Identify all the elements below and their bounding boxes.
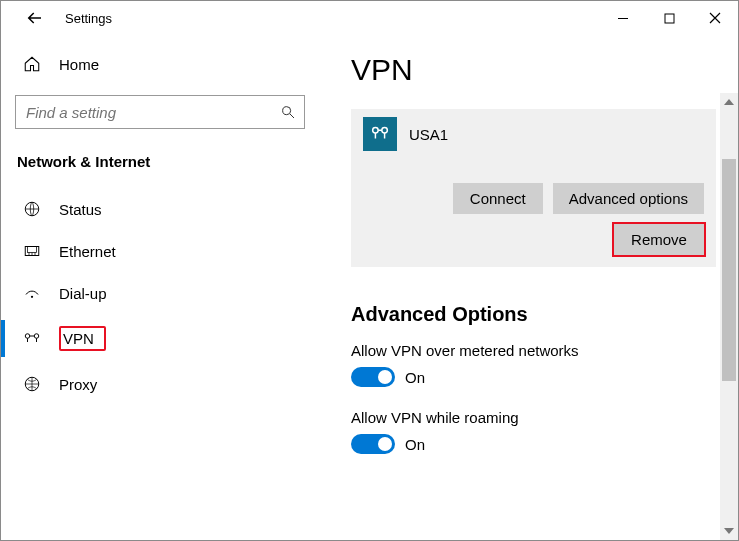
toggle-roaming[interactable] <box>351 434 395 454</box>
scroll-up-button[interactable] <box>720 93 738 111</box>
sidebar-item-label: VPN <box>59 326 106 351</box>
vpn-icon <box>21 330 43 348</box>
back-button[interactable] <box>17 1 53 35</box>
advanced-options-button[interactable]: Advanced options <box>553 183 704 214</box>
sidebar-item-label: Dial-up <box>59 285 107 302</box>
svg-point-2 <box>283 107 291 115</box>
minimize-button[interactable] <box>600 1 646 35</box>
vpn-connection-card[interactable]: USA1 Connect Advanced options Remove <box>351 109 716 267</box>
sidebar-item-label: Status <box>59 201 102 218</box>
sidebar-item-label: Proxy <box>59 376 97 393</box>
option-metered-label: Allow VPN over metered networks <box>351 342 716 359</box>
chevron-up-icon <box>724 99 734 105</box>
svg-rect-6 <box>28 247 37 253</box>
svg-line-3 <box>290 114 294 118</box>
svg-point-15 <box>382 128 388 133</box>
page-title: VPN <box>351 53 716 87</box>
close-button[interactable] <box>692 1 738 35</box>
toggle-metered[interactable] <box>351 367 395 387</box>
toggle-metered-state: On <box>405 369 425 386</box>
maximize-icon <box>664 13 675 24</box>
scroll-down-button[interactable] <box>720 522 738 540</box>
sidebar-item-ethernet[interactable]: Ethernet <box>1 230 319 272</box>
home-label: Home <box>59 56 99 73</box>
proxy-icon <box>21 375 43 393</box>
ethernet-icon <box>21 242 43 260</box>
vpn-connection-icon <box>363 117 397 151</box>
maximize-button[interactable] <box>646 1 692 35</box>
dialup-icon <box>21 284 43 302</box>
window-title: Settings <box>65 11 112 26</box>
search-icon <box>280 104 296 120</box>
advanced-options-heading: Advanced Options <box>351 303 716 326</box>
status-icon <box>21 200 43 218</box>
svg-point-10 <box>31 296 33 298</box>
vpn-connection-name: USA1 <box>409 126 448 143</box>
arrow-left-icon <box>26 9 44 27</box>
sidebar-item-label: Ethernet <box>59 243 116 260</box>
category-header: Network & Internet <box>1 129 319 178</box>
svg-point-11 <box>25 333 30 338</box>
svg-point-12 <box>34 333 39 338</box>
scroll-thumb[interactable] <box>722 159 736 381</box>
search-input[interactable] <box>24 103 280 122</box>
connect-button[interactable]: Connect <box>453 183 543 214</box>
sidebar-item-dialup[interactable]: Dial-up <box>1 272 319 314</box>
sidebar-item-proxy[interactable]: Proxy <box>1 363 319 405</box>
home-nav[interactable]: Home <box>1 47 319 81</box>
close-icon <box>709 12 721 24</box>
svg-rect-1 <box>665 14 674 23</box>
search-box[interactable] <box>15 95 305 129</box>
sidebar-item-vpn[interactable]: VPN <box>1 314 319 363</box>
svg-rect-0 <box>618 18 628 19</box>
remove-button[interactable]: Remove <box>614 224 704 255</box>
home-icon <box>21 55 43 73</box>
chevron-down-icon <box>724 528 734 534</box>
sidebar-item-status[interactable]: Status <box>1 188 319 230</box>
svg-point-14 <box>373 128 379 133</box>
minimize-icon <box>617 12 629 24</box>
toggle-roaming-state: On <box>405 436 425 453</box>
scrollbar[interactable] <box>720 93 738 540</box>
option-roaming-label: Allow VPN while roaming <box>351 409 716 426</box>
